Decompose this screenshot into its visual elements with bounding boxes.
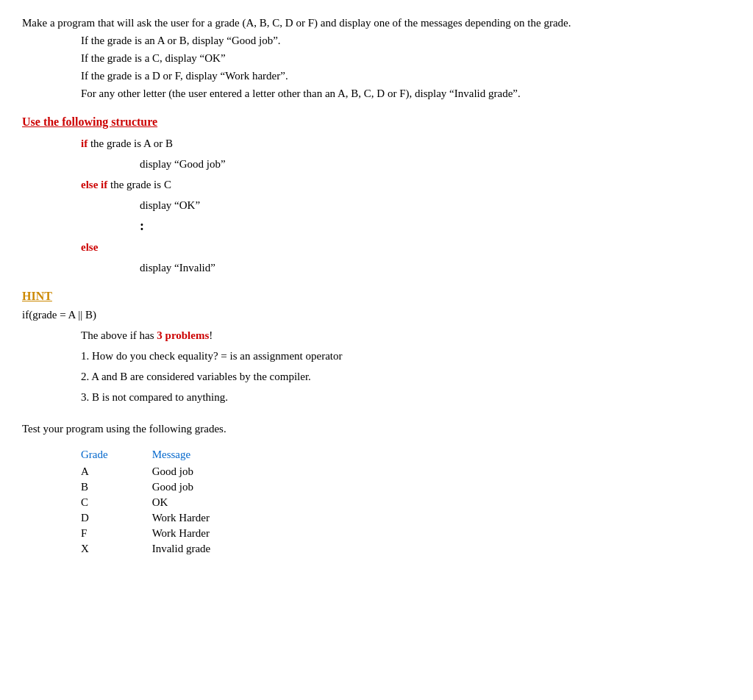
hint-problems-text: 3 problems	[157, 329, 209, 341]
display-invalid: display “Invalid”	[140, 259, 731, 276]
grade-cell: X	[81, 541, 152, 557]
table-row: XInvalid grade	[81, 541, 254, 557]
table-row: FWork Harder	[81, 526, 254, 541]
grade-cell: A	[81, 464, 152, 479]
else-if-line: else if the grade is C	[81, 176, 731, 193]
message-cell: Work Harder	[152, 526, 255, 541]
grade-cell: F	[81, 526, 152, 541]
else-if-keyword: else if	[81, 179, 107, 190]
display-invalid-text: display “Invalid”	[140, 262, 215, 274]
else-line: else	[81, 238, 731, 256]
test-section: Test your program using the following gr…	[22, 421, 731, 557]
display-good-job: display “Good job”	[140, 155, 731, 173]
display-ok-text: display “OK”	[140, 199, 200, 211]
main-description: Make a program that will ask the user fo…	[22, 15, 731, 102]
grade-cell: D	[81, 510, 152, 526]
message-cell: Good job	[152, 464, 255, 479]
hint-problems-label: The above if has	[81, 329, 157, 341]
table-row: AGood job	[81, 464, 254, 479]
message-cell: OK	[152, 495, 255, 510]
grade-cell: B	[81, 479, 152, 495]
message-cell: Work Harder	[152, 510, 255, 526]
hint-section: HINT if(grade = A || B) The above if has…	[22, 290, 731, 406]
message-cell: Good job	[152, 479, 255, 495]
structure-section: Use the following structure if the grade…	[22, 115, 731, 276]
grade-column-header: Grade	[81, 449, 152, 464]
hint-item-1: 1. How do you check equality? = is an as…	[81, 347, 731, 365]
conditions-list: If the grade is an A or B, display “Good…	[81, 32, 731, 102]
hint-item-2: 2. A and B are considered variables by t…	[81, 368, 731, 385]
else-keyword: else	[81, 241, 98, 253]
table-row: COK	[81, 495, 254, 510]
colon-line: :	[140, 217, 731, 235]
grade-cell: C	[81, 495, 152, 510]
if-suffix: the grade is A or B	[88, 138, 173, 149]
if-keyword: if	[81, 138, 88, 149]
message-column-header: Message	[152, 449, 255, 464]
else-if-suffix: the grade is C	[107, 179, 171, 190]
if-line: if the grade is A or B	[81, 135, 731, 152]
condition-3: If the grade is a D or F, display “Work …	[81, 67, 731, 85]
hint-problems-suffix: !	[209, 329, 213, 341]
structure-code: if the grade is A or B display “Good job…	[81, 135, 731, 276]
condition-4: For any other letter (the user entered a…	[81, 85, 731, 102]
condition-2: If the grade is a C, display “OK”	[81, 49, 731, 67]
hint-code-line: if(grade = A || B)	[22, 306, 731, 324]
display-good-job-text: display “Good job”	[140, 158, 226, 170]
display-ok: display “OK”	[140, 196, 731, 214]
hint-heading: HINT	[22, 290, 731, 303]
table-row: BGood job	[81, 479, 254, 495]
description-text: Make a program that will ask the user fo…	[22, 15, 731, 32]
message-cell: Invalid grade	[152, 541, 255, 557]
condition-1: If the grade is an A or B, display “Good…	[81, 32, 731, 49]
table-row: DWork Harder	[81, 510, 254, 526]
hint-problems-line: The above if has 3 problems!	[81, 326, 731, 344]
structure-heading: Use the following structure	[22, 115, 731, 129]
test-description: Test your program using the following gr…	[22, 421, 731, 438]
grade-table: Grade Message AGood jobBGood jobCOKDWork…	[81, 449, 254, 557]
hint-item-3: 3. B is not compared to anything.	[81, 388, 731, 406]
hint-content: The above if has 3 problems! 1. How do y…	[81, 326, 731, 406]
